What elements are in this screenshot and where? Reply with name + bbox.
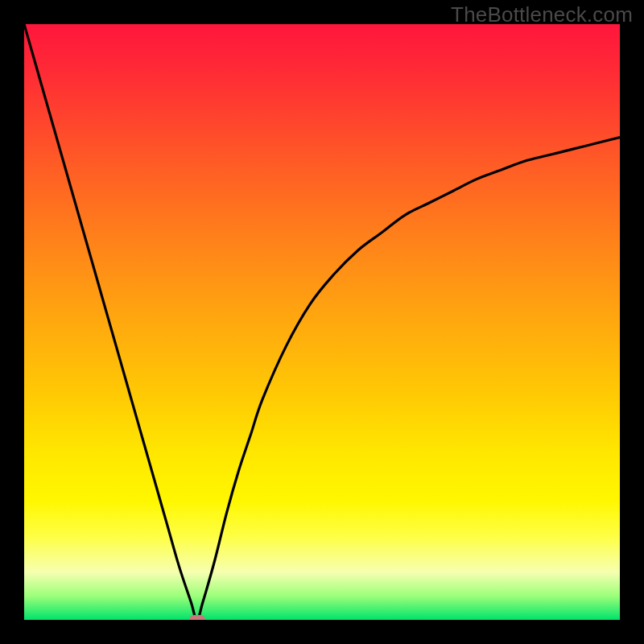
plot-area [24,24,620,620]
bottleneck-curve [24,24,620,620]
figure-frame: TheBottleneck.com [0,0,644,644]
minimum-marker-icon [189,615,205,620]
